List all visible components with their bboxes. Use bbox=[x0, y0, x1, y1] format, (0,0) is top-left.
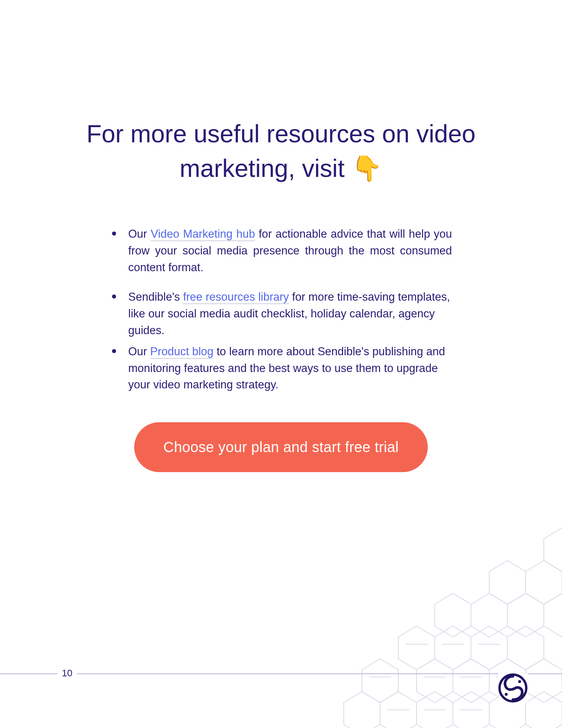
svg-marker-11 bbox=[453, 692, 489, 728]
svg-marker-4 bbox=[416, 659, 453, 703]
resource-list: Our Video Marketing hub for actionable a… bbox=[110, 226, 452, 393]
svg-marker-7 bbox=[526, 659, 562, 703]
svg-marker-5 bbox=[453, 659, 489, 703]
free-resources-link[interactable]: free resources library bbox=[183, 290, 289, 304]
svg-point-34 bbox=[505, 693, 508, 696]
svg-marker-10 bbox=[416, 692, 453, 728]
svg-marker-2 bbox=[471, 626, 507, 670]
cta-button[interactable]: Choose your plan and start free trial bbox=[134, 422, 428, 472]
list-item: Our Product blog to learn more about Sen… bbox=[110, 343, 452, 393]
svg-marker-0 bbox=[398, 626, 435, 670]
video-marketing-hub-link[interactable]: Video Marketing hub bbox=[151, 228, 255, 241]
svg-marker-8 bbox=[362, 659, 398, 703]
svg-marker-15 bbox=[435, 593, 471, 637]
svg-marker-16 bbox=[471, 593, 507, 637]
list-item: Our Video Marketing hub for actionable a… bbox=[110, 226, 452, 276]
list-text-pre: Our bbox=[128, 345, 150, 358]
svg-marker-14 bbox=[344, 692, 380, 728]
sendible-logo-icon bbox=[498, 673, 527, 703]
logo-container bbox=[498, 673, 527, 703]
svg-marker-21 bbox=[544, 528, 562, 571]
svg-marker-9 bbox=[380, 692, 416, 728]
footer-divider bbox=[0, 673, 562, 674]
product-blog-link[interactable]: Product blog bbox=[150, 345, 214, 359]
page-heading: For more useful resources on video marke… bbox=[74, 116, 489, 186]
page-number: 10 bbox=[57, 668, 77, 679]
svg-point-33 bbox=[518, 680, 521, 683]
svg-marker-1 bbox=[435, 626, 471, 670]
svg-marker-18 bbox=[544, 593, 562, 637]
svg-marker-3 bbox=[507, 626, 544, 670]
svg-marker-19 bbox=[489, 561, 526, 604]
document-page: For more useful resources on video marke… bbox=[0, 0, 562, 728]
list-text-pre: Sendible's bbox=[128, 290, 183, 303]
list-text-pre: Our bbox=[128, 228, 151, 240]
list-item: Sendible's free resources library for mo… bbox=[110, 289, 452, 339]
svg-marker-20 bbox=[526, 561, 562, 604]
svg-marker-17 bbox=[507, 593, 544, 637]
svg-marker-13 bbox=[526, 692, 562, 728]
content-area: Our Video Marketing hub for actionable a… bbox=[96, 226, 467, 472]
